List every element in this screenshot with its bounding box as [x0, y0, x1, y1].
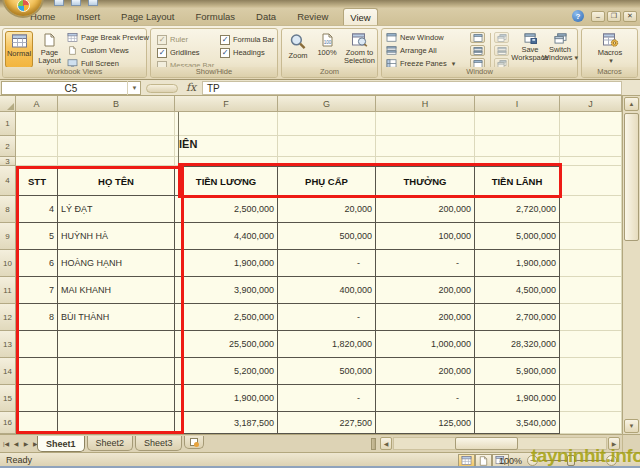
cell-J1[interactable]: [560, 112, 622, 136]
previous-sheet-icon[interactable]: ◀: [12, 438, 20, 449]
quick-access-toolbar[interactable]: [54, 0, 98, 6]
insert-function-fx-button[interactable]: fx: [186, 81, 196, 95]
cell-I9[interactable]: 5,000,000: [475, 223, 560, 250]
view-side-by-side-button[interactable]: [494, 32, 509, 43]
row-header-10[interactable]: 10: [0, 250, 16, 277]
tab-view[interactable]: View: [343, 8, 377, 25]
cell-F15[interactable]: 1,900,000: [175, 385, 278, 412]
tab-insert[interactable]: Insert: [70, 9, 106, 25]
cell-I11[interactable]: 4,500,000: [475, 277, 560, 304]
checkbox-ruler[interactable]: Ruler: [157, 34, 188, 45]
hide-button[interactable]: [470, 45, 485, 56]
column-header-I[interactable]: I: [475, 96, 560, 112]
cell-H13[interactable]: 1,000,000: [376, 331, 475, 358]
row-header-14[interactable]: 14: [0, 358, 16, 385]
sheet-tab-sheet1[interactable]: Sheet1: [37, 436, 85, 452]
cell-B3[interactable]: [58, 157, 175, 166]
insert-function-area[interactable]: [146, 84, 178, 93]
cell-I15[interactable]: 1,900,000: [475, 385, 560, 412]
row-header-8[interactable]: 8: [0, 196, 16, 223]
normal-view-button[interactable]: Normal: [5, 31, 33, 68]
cell-A3[interactable]: [16, 157, 58, 166]
row-header-16[interactable]: 16: [0, 412, 16, 434]
scroll-down-icon[interactable]: ▼: [624, 419, 639, 433]
cell-J11[interactable]: [560, 277, 622, 304]
cell-H16[interactable]: 125,000: [376, 412, 475, 434]
checkbox-formula-bar[interactable]: Formula Bar: [220, 34, 274, 45]
row-header-2[interactable]: 2: [0, 136, 16, 157]
cell-J8[interactable]: [560, 196, 622, 223]
cell-H8[interactable]: 200,000: [376, 196, 475, 223]
column-header-G[interactable]: G: [278, 96, 376, 112]
name-box[interactable]: C5: [1, 81, 141, 95]
column-header-B[interactable]: B: [58, 96, 175, 112]
redo-icon[interactable]: [88, 0, 98, 6]
cell-H15[interactable]: -: [376, 385, 475, 412]
cell-G10[interactable]: -: [278, 250, 376, 277]
cell-J10[interactable]: [560, 250, 622, 277]
new-window-button[interactable]: New Window: [386, 32, 444, 43]
cell-G1[interactable]: [278, 112, 376, 136]
name-box-dropdown-icon[interactable]: ▼: [127, 81, 141, 95]
scroll-left-icon[interactable]: ◀: [380, 437, 392, 450]
column-header-J[interactable]: J: [560, 96, 622, 112]
row-header-11[interactable]: 11: [0, 277, 16, 304]
row-header-3[interactable]: 3: [0, 157, 16, 166]
cell-J14[interactable]: [560, 358, 622, 385]
cell-G15[interactable]: -: [278, 385, 376, 412]
cell-J2[interactable]: [560, 136, 622, 157]
cell-I16[interactable]: 3,540,000: [475, 412, 560, 434]
tab-page-layout[interactable]: Page Layout: [115, 9, 180, 25]
cell-B1[interactable]: [58, 112, 175, 136]
cell-I13[interactable]: 28,320,000: [475, 331, 560, 358]
cell-F11[interactable]: 3,900,000: [175, 277, 278, 304]
page-break-preview-button[interactable]: Page Break Preview: [67, 32, 149, 43]
scroll-up-icon[interactable]: ▲: [624, 97, 639, 111]
checkbox-headings[interactable]: Headings: [220, 47, 265, 58]
headings-checkbox[interactable]: [220, 48, 230, 58]
gridlines-checkbox[interactable]: [157, 48, 167, 58]
cell-G11[interactable]: 400,000: [278, 277, 376, 304]
insert-worksheet-tab[interactable]: [184, 436, 204, 449]
checkbox-gridlines[interactable]: Gridlines: [157, 47, 200, 58]
column-header-A[interactable]: A: [16, 96, 58, 112]
cell-F14[interactable]: 5,200,000: [175, 358, 278, 385]
cell-G12[interactable]: -: [278, 304, 376, 331]
cell-G9[interactable]: 500,000: [278, 223, 376, 250]
synchronous-scrolling-button[interactable]: [494, 45, 509, 56]
restore-button[interactable]: ❐: [607, 11, 621, 22]
tab-formulas[interactable]: Formulas: [189, 9, 241, 25]
macros-button[interactable]: Macros: [593, 31, 627, 68]
cell-I1[interactable]: [475, 112, 560, 136]
cell-I8[interactable]: 2,720,000: [475, 196, 560, 223]
split-button[interactable]: [470, 32, 485, 43]
tab-data[interactable]: Data: [250, 9, 282, 25]
cell-G2[interactable]: [278, 136, 376, 157]
cell-H10[interactable]: -: [376, 250, 475, 277]
undo-icon[interactable]: [71, 0, 81, 6]
zoom-button[interactable]: Zoom: [284, 31, 312, 68]
cell-G14[interactable]: 500,000: [278, 358, 376, 385]
cell-J12[interactable]: [560, 304, 622, 331]
zoom-to-selection-button[interactable]: Zoom to Selection: [342, 31, 377, 68]
arrange-all-button[interactable]: Arrange All: [386, 45, 437, 56]
cell-J16[interactable]: [560, 412, 622, 434]
row-header-13[interactable]: 13: [0, 331, 16, 358]
page-layout-view-button[interactable]: Page Layout: [34, 31, 65, 68]
row-header-15[interactable]: 15: [0, 385, 16, 412]
cell-H12[interactable]: 200,000: [376, 304, 475, 331]
cell-F10[interactable]: 1,900,000: [175, 250, 278, 277]
zoom-100-button[interactable]: 100%: [313, 31, 341, 68]
ruler-checkbox[interactable]: [157, 35, 167, 45]
cell-J13[interactable]: [560, 331, 622, 358]
tab-review[interactable]: Review: [291, 9, 334, 25]
vertical-scrollbar-thumb[interactable]: [624, 113, 639, 241]
cell-B2[interactable]: [58, 136, 175, 157]
save-icon[interactable]: [54, 0, 64, 6]
help-icon[interactable]: ?: [572, 10, 584, 22]
cell-J9[interactable]: [560, 223, 622, 250]
cell-H11[interactable]: 200,000: [376, 277, 475, 304]
cell-J3[interactable]: [560, 157, 622, 166]
cell-J15[interactable]: [560, 385, 622, 412]
zoom-level[interactable]: 100%: [499, 456, 522, 466]
